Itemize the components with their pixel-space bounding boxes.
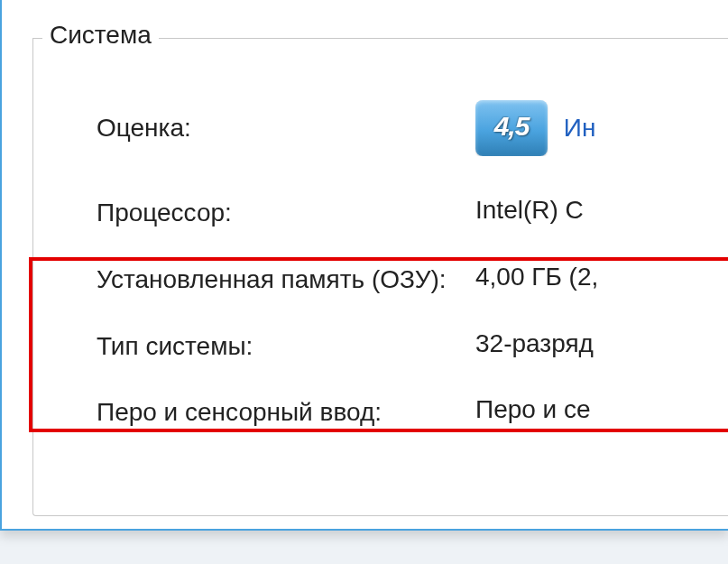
rating-label: Оценка: [97,111,475,145]
wei-link[interactable]: Ин [564,114,596,142]
system-type-label: Тип системы: [97,329,475,364]
processor-row: Процессор: Intel(R) C [97,180,728,246]
system-group: Система Оценка: 4,5 Ин Процессор: Intel(… [32,38,728,516]
rating-value: 4,5 Ин [475,100,728,156]
system-type-row: Тип системы: 32-разряд [97,313,728,380]
memory-label: Установленная память (ОЗУ): [97,263,475,297]
pen-touch-value: Перо и се [475,395,728,424]
memory-value: 4,00 ГБ (2, [475,263,728,291]
property-rows: Оценка: 4,5 Ин Процессор: Intel(R) C Уст… [33,39,728,446]
system-type-value: 32-разряд [475,329,728,358]
group-title: Система [42,21,159,50]
pen-touch-row: Перо и сенсорный ввод: Перо и се [97,379,728,446]
rating-row: Оценка: 4,5 Ин [97,84,728,180]
processor-value: Intel(R) C [475,196,728,225]
system-properties-panel: Система Оценка: 4,5 Ин Процессор: Intel(… [0,0,728,531]
wei-badge-icon: 4,5 [475,100,548,156]
processor-label: Процессор: [97,196,475,230]
wei-score: 4,5 [494,111,530,142]
memory-row: Установленная память (ОЗУ): 4,00 ГБ (2, [97,246,728,313]
pen-touch-label: Перо и сенсорный ввод: [97,395,475,430]
